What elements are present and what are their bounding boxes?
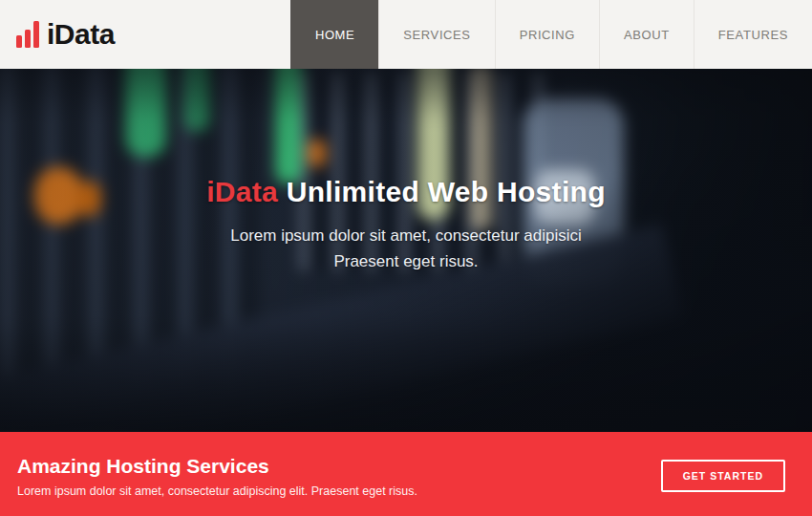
nav-item-about[interactable]: ABOUT xyxy=(599,0,694,69)
nav-item-services[interactable]: SERVICES xyxy=(378,0,494,69)
nav-item-features[interactable]: FEATURES xyxy=(694,0,812,69)
brand-name: iData xyxy=(47,18,115,51)
brand-logo[interactable]: iData xyxy=(0,0,115,69)
cta-text-block: Amazing Hosting Services Lorem ipsum dol… xyxy=(17,455,417,498)
hero-title-accent: iData xyxy=(206,176,278,207)
hero-subtitle: Lorem ipsum dolor sit amet, consectetur … xyxy=(0,223,812,274)
hero-content: iData Unlimited Web Hosting Lorem ipsum … xyxy=(0,69,812,274)
hero-subtitle-line2: Praesent eget risus. xyxy=(333,252,478,270)
hero-title-rest: Unlimited Web Hosting xyxy=(287,176,606,207)
nav-item-pricing[interactable]: PRICING xyxy=(495,0,599,69)
cta-subtext: Lorem ipsum dolor sit amet, consectetur … xyxy=(17,484,417,498)
hero-title: iData Unlimited Web Hosting xyxy=(0,176,812,208)
bar-chart-icon xyxy=(16,21,39,48)
main-nav: HOME SERVICES PRICING ABOUT FEATURES xyxy=(290,0,812,69)
hero-section: iData Unlimited Web Hosting Lorem ipsum … xyxy=(0,69,812,432)
hero-subtitle-line1: Lorem ipsum dolor sit amet, consectetur … xyxy=(230,226,582,245)
cta-banner: Amazing Hosting Services Lorem ipsum dol… xyxy=(0,432,812,516)
nav-item-home[interactable]: HOME xyxy=(290,0,378,69)
get-started-button[interactable]: GET STARTED xyxy=(661,460,785,492)
cta-heading: Amazing Hosting Services xyxy=(17,455,417,478)
header: iData HOME SERVICES PRICING ABOUT FEATUR… xyxy=(0,0,812,69)
landing-page: iData HOME SERVICES PRICING ABOUT FEATUR… xyxy=(0,0,812,516)
